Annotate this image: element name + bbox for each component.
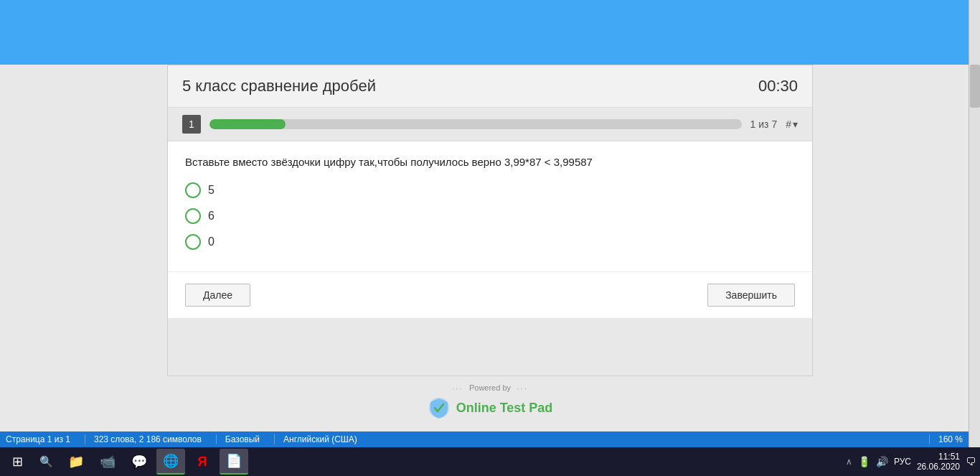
taskbar-language: РУС	[894, 457, 911, 467]
taskbar-clock: 11:51 26.06.2020	[917, 452, 960, 472]
footer-dots-row: ··· Powered by ···	[452, 383, 528, 393]
footer-brand-row: Online Test Pad	[428, 396, 553, 419]
scrollbar-thumb[interactable]	[970, 65, 980, 108]
radio-option-2[interactable]	[185, 208, 201, 224]
option-item-2[interactable]: 6	[185, 208, 795, 224]
main-content: 5 класс сравнение дробей 00:30 1 1 из 7 …	[0, 65, 980, 438]
taskbar-time-value: 11:51	[938, 452, 960, 462]
quiz-card: 5 класс сравнение дробей 00:30 1 1 из 7 …	[167, 65, 813, 376]
chevron-down-icon: ▾	[793, 118, 798, 130]
quiz-header: 5 класс сравнение дробей 00:30	[168, 65, 812, 108]
logo-icon	[428, 396, 451, 419]
extra-grey-area	[168, 318, 812, 375]
yandex-browser-button[interactable]: Я	[188, 449, 217, 475]
taskbar-date-value: 26.06.2020	[917, 462, 960, 472]
quiz-timer: 00:30	[758, 77, 798, 95]
progress-bar-fill	[209, 119, 286, 129]
footer-logo-row: Powered by	[469, 383, 511, 393]
file-explorer-button[interactable]: 📁	[62, 449, 90, 475]
footer-dots-right: ···	[517, 383, 528, 393]
folder-icon: 📁	[68, 454, 84, 470]
status-pages: Страница 1 из 1	[6, 434, 70, 444]
footer-dots-left: ···	[452, 383, 463, 393]
radio-option-1[interactable]	[185, 182, 201, 198]
scrollbar[interactable]	[969, 0, 980, 476]
question-number-badge: 1	[182, 115, 201, 134]
footer-brand-text: Online Test Pad	[456, 401, 553, 416]
status-bar: Страница 1 из 1 323 слова, 2 186 символо…	[0, 431, 969, 447]
up-arrow-icon[interactable]: ∧	[846, 457, 852, 467]
status-language: Английский (США)	[274, 434, 357, 444]
search-button[interactable]: 🔍	[33, 449, 59, 475]
chrome-icon: 🌐	[163, 453, 179, 469]
radio-option-3[interactable]	[185, 234, 201, 250]
notifications-icon[interactable]: 🗨	[966, 456, 976, 467]
hash-label: #	[786, 118, 791, 130]
volume-icon[interactable]: 🔊	[876, 456, 888, 467]
option-item-1[interactable]: 5	[185, 182, 795, 198]
footer: ··· Powered by ··· Online Test Pad	[428, 376, 553, 424]
finish-button[interactable]: Завершить	[707, 284, 795, 307]
option-label-2: 6	[208, 210, 215, 223]
viber-icon: 💬	[131, 454, 147, 470]
progress-label: 1 из 7	[750, 118, 778, 130]
docs-icon: 📄	[226, 453, 242, 469]
question-text: Вставьте вместо звёздочки цифру так,чтоб…	[185, 156, 795, 168]
search-icon: 🔍	[39, 455, 53, 468]
status-words: 323 слова, 2 186 символов	[85, 434, 202, 444]
battery-icon: 🔋	[858, 456, 870, 467]
taskbar-right: ∧ 🔋 🔊 РУС 11:51 26.06.2020 🗨	[846, 452, 976, 472]
powered-by-label: Powered by	[469, 383, 511, 392]
video-icon: 📹	[100, 454, 116, 470]
option-item-3[interactable]: 0	[185, 234, 795, 250]
next-button[interactable]: Далее	[185, 284, 250, 307]
option-list: 5 6 0	[185, 182, 795, 250]
option-label-3: 0	[208, 235, 215, 248]
progress-row: 1 1 из 7 # ▾	[168, 108, 812, 141]
taskbar-left: ⊞ 🔍 📁 📹 💬 🌐 Я 📄	[4, 449, 248, 475]
hash-menu-button[interactable]: # ▾	[786, 118, 798, 130]
progress-bar-container	[209, 119, 742, 129]
taskbar: ⊞ 🔍 📁 📹 💬 🌐 Я 📄 ∧ 🔋 🔊	[0, 447, 980, 476]
docs-button[interactable]: 📄	[220, 449, 248, 475]
status-mode: Базовый	[216, 434, 260, 444]
action-row: Далее Завершить	[168, 271, 812, 318]
zoom-button[interactable]: 📹	[93, 449, 122, 475]
start-button[interactable]: ⊞	[4, 449, 30, 475]
viber-button[interactable]: 💬	[125, 449, 154, 475]
quiz-title: 5 класс сравнение дробей	[182, 77, 376, 95]
windows-icon: ⊞	[12, 454, 23, 470]
chrome-button[interactable]: 🌐	[156, 449, 185, 475]
top-bar	[0, 0, 980, 65]
status-zoom: 160 %	[929, 434, 963, 444]
option-label-1: 5	[208, 184, 215, 197]
yandex-icon: Я	[198, 454, 207, 470]
question-body: Вставьте вместо звёздочки цифру так,чтоб…	[168, 141, 812, 271]
